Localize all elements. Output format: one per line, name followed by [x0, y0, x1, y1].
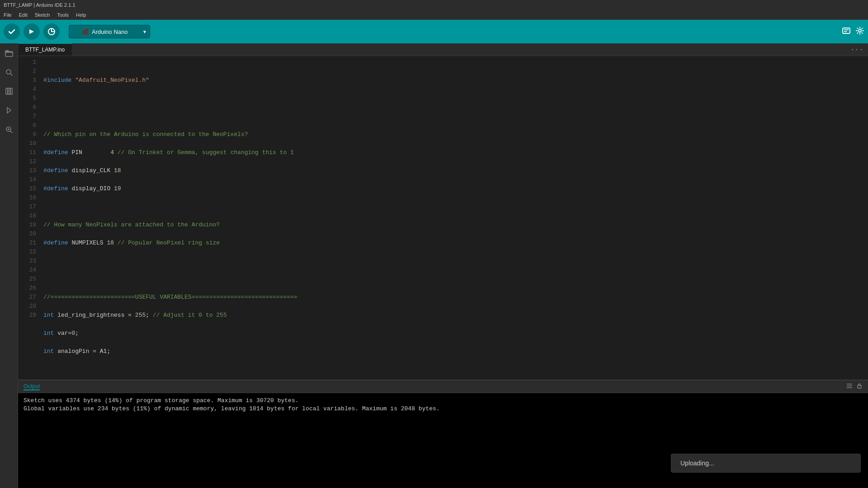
output-header: Output	[18, 380, 868, 393]
svg-marker-0	[29, 29, 34, 34]
output-list-icon[interactable]	[846, 383, 853, 390]
sidebar-find-icon[interactable]	[3, 123, 15, 136]
line-numbers: 1 2 3 4 5 6 7 8 9 10 11 12 13 14 15 16 1…	[18, 58, 40, 378]
verify-button[interactable]	[4, 23, 20, 40]
tab-bar: BTTF_LAMP.ino ···	[18, 43, 868, 56]
svg-rect-10	[8, 88, 10, 94]
chevron-down-icon: ▼	[142, 29, 147, 34]
output-lock-icon[interactable]	[856, 383, 863, 390]
main-area: BTTF_LAMP.ino ··· 1 2 3 4 5 6 7 8 9 10 1…	[0, 43, 868, 488]
output-content: Sketch uses 4374 bytes (14%) of program …	[18, 393, 868, 488]
tab-more-button[interactable]: ···	[846, 43, 868, 56]
svg-point-5	[859, 29, 861, 32]
board-icon: ⬛	[82, 28, 89, 35]
toolbar: ⬛ Arduino Nano ▼	[0, 20, 868, 43]
output-header-right	[846, 383, 863, 390]
svg-marker-12	[7, 108, 11, 113]
svg-rect-11	[10, 88, 12, 94]
sidebar-debug-icon[interactable]	[3, 104, 15, 117]
left-sidebar	[0, 43, 18, 488]
tab-bttf-lamp[interactable]: BTTF_LAMP.ino	[18, 43, 72, 56]
output-tab[interactable]: Output	[24, 383, 40, 390]
upload-button[interactable]	[24, 23, 40, 40]
svg-rect-2	[843, 28, 850, 33]
title-bar-text: BTTF_LAMP | Arduino IDE 2.1.1	[4, 2, 75, 8]
output-line-2: Global variables use 234 bytes (11%) of …	[24, 405, 863, 413]
menu-help[interactable]: Help	[76, 12, 86, 18]
sidebar-search-icon[interactable]	[3, 66, 15, 79]
title-bar: BTTF_LAMP | Arduino IDE 2.1.1	[0, 0, 868, 10]
board-label: Arduino Nano	[92, 28, 128, 35]
svg-rect-9	[6, 88, 8, 94]
sidebar-library-icon[interactable]	[3, 85, 15, 98]
serial-monitor-button[interactable]	[842, 26, 851, 38]
upload-toast-text: Uploading...	[680, 460, 714, 467]
svg-line-8	[10, 74, 12, 75]
upload-toast: Uploading...	[671, 454, 861, 473]
menu-edit[interactable]: Edit	[19, 12, 28, 18]
debug-button[interactable]	[43, 23, 60, 40]
menu-file[interactable]: File	[4, 12, 12, 18]
svg-rect-20	[858, 385, 861, 388]
toolbar-right	[842, 26, 864, 38]
sidebar-folder-icon[interactable]	[3, 47, 15, 60]
menu-bar: File Edit Sketch Tools Help	[0, 10, 868, 20]
output-line-1: Sketch uses 4374 bytes (14%) of program …	[24, 397, 863, 405]
menu-tools[interactable]: Tools	[57, 12, 69, 18]
editor-area: BTTF_LAMP.ino ··· 1 2 3 4 5 6 7 8 9 10 1…	[18, 43, 868, 488]
svg-line-16	[10, 131, 12, 133]
settings-button[interactable]	[855, 26, 864, 38]
tab-label: BTTF_LAMP.ino	[25, 47, 65, 53]
menu-sketch[interactable]: Sketch	[35, 12, 50, 18]
code-editor[interactable]: 1 2 3 4 5 6 7 8 9 10 11 12 13 14 15 16 1…	[18, 56, 868, 380]
code-content[interactable]: #include "Adafruit_NeoPixel.h" // Which …	[40, 58, 868, 378]
board-selector[interactable]: ⬛ Arduino Nano ▼	[69, 25, 150, 38]
